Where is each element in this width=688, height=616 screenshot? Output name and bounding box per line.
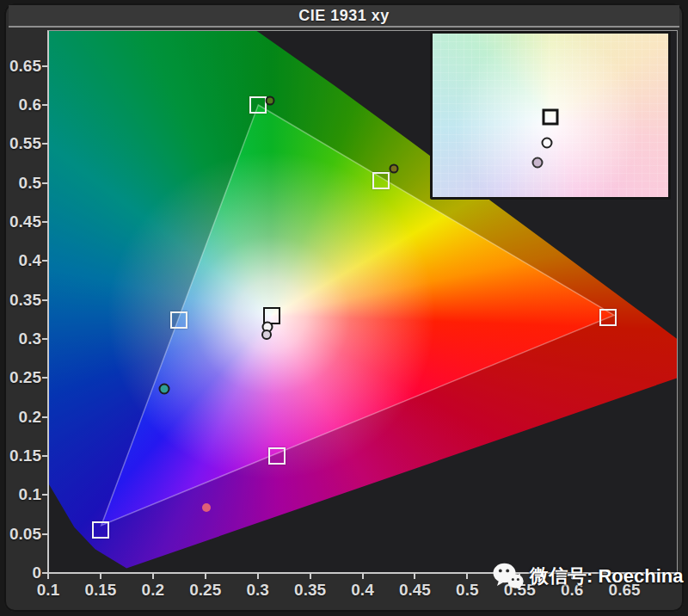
y-tick-label: 0.05 — [3, 525, 41, 544]
y-tick-label: 0.4 — [3, 251, 41, 270]
x-tick-label: 0.3 — [246, 581, 268, 600]
y-tick-label: 0.65 — [3, 57, 41, 76]
y-tick-label: 0.35 — [3, 291, 41, 310]
y-tick-label: 0.15 — [3, 447, 41, 465]
x-tick-label: 0.45 — [399, 581, 431, 600]
y-tick — [42, 416, 48, 418]
y-tick-label: 0.5 — [3, 174, 41, 193]
x-tick-label: 0.35 — [294, 581, 326, 600]
y-tick-label: 0.3 — [3, 330, 41, 348]
y-tick — [42, 104, 48, 106]
x-tick — [152, 573, 154, 579]
title-bar: CIE 1931 xy — [9, 5, 679, 28]
x-tick — [205, 573, 206, 579]
inset-white-measured — [542, 138, 553, 149]
x-tick — [257, 573, 259, 579]
cyan-secondary-target — [170, 311, 187, 329]
blue-primary-target — [92, 521, 109, 539]
cyan-measured — [158, 384, 169, 395]
x-tick — [100, 573, 101, 579]
y-tick — [42, 455, 48, 457]
x-tick-label: 0.2 — [142, 581, 164, 600]
x-tick — [466, 573, 468, 579]
y-tick — [42, 338, 48, 340]
y-tick-label: 0 — [3, 564, 41, 582]
x-tick-label: 0.15 — [84, 581, 116, 600]
yellow-secondary-target — [372, 172, 390, 189]
wechat-icon — [493, 563, 524, 590]
white-measured-2 — [261, 330, 272, 340]
y-tick-label: 0.25 — [3, 368, 41, 387]
y-tick — [42, 377, 48, 379]
green-primary-target — [249, 96, 267, 114]
y-tick — [42, 572, 48, 574]
y-tick — [42, 494, 48, 496]
y-tick-label: 0.45 — [3, 213, 41, 231]
x-tick — [414, 573, 415, 579]
x-tick — [362, 573, 364, 579]
y-tick — [42, 65, 48, 67]
white-point-inset — [430, 31, 671, 200]
y-tick — [42, 143, 48, 145]
chart-title: CIE 1931 xy — [298, 7, 390, 25]
watermark-text: 微信号: Roechina — [530, 564, 683, 589]
x-tick-label: 0.5 — [456, 581, 478, 600]
magenta-secondary-target — [268, 447, 286, 465]
red-low-measured — [202, 503, 211, 512]
y-tick — [42, 260, 48, 262]
x-tick-label: 0.4 — [351, 581, 373, 600]
inset-white-measured-2 — [532, 157, 544, 169]
y-tick-label: 0.2 — [3, 408, 41, 427]
y-tick — [42, 221, 48, 223]
x-tick — [310, 573, 311, 579]
watermark: 微信号: Roechina — [493, 563, 683, 590]
inset-white-point-target — [543, 108, 559, 125]
x-tick-label: 0.1 — [37, 581, 59, 600]
yellow-measured — [389, 164, 398, 174]
y-tick — [42, 299, 48, 301]
y-tick — [42, 182, 48, 184]
y-tick — [42, 533, 48, 535]
x-tick — [47, 573, 49, 579]
y-tick-label: 0.1 — [3, 485, 41, 504]
green-measured — [266, 96, 275, 106]
y-tick-label: 0.6 — [3, 95, 41, 114]
x-tick-label: 0.25 — [189, 581, 221, 600]
red-primary-target — [599, 309, 617, 326]
y-tick-label: 0.55 — [3, 134, 41, 153]
chart-stage: CIE 1931 xy 0.10.150.20.250.30.350.40.45… — [0, 0, 688, 616]
